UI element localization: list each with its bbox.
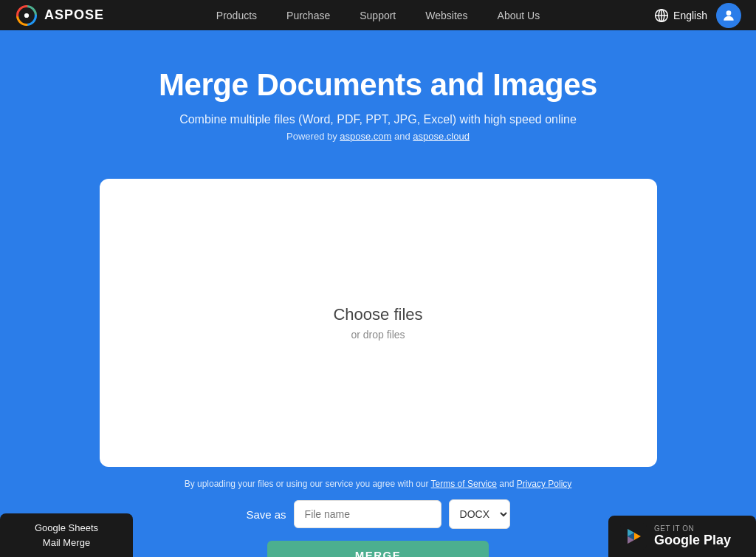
aspose-logo-icon — [15, 4, 38, 27]
tos-link[interactable]: Terms of Service — [431, 479, 497, 489]
aspose-com-link[interactable]: aspose.com — [340, 131, 391, 142]
navbar: ASPOSE Products Purchase Support Website… — [0, 0, 756, 30]
choose-files-label: Choose files — [333, 305, 422, 324]
nav-links: Products Purchase Support Websites About… — [202, 0, 554, 30]
privacy-link[interactable]: Privacy Policy — [517, 479, 572, 489]
tos-text: By uploading your files or using our ser… — [15, 479, 741, 489]
language-button[interactable]: English — [654, 8, 707, 23]
google-sheets-line2: Mail Merge — [15, 536, 118, 550]
svg-point-1 — [24, 13, 29, 17]
nav-support[interactable]: Support — [345, 0, 410, 30]
svg-point-6 — [726, 10, 732, 16]
nav-purchase[interactable]: Purchase — [272, 0, 345, 30]
nav-right: English — [654, 3, 741, 28]
upload-area[interactable]: Choose files or drop files — [100, 179, 657, 467]
logo-text: ASPOSE — [44, 7, 104, 23]
save-as-label: Save as — [246, 508, 286, 521]
logo[interactable]: ASPOSE — [15, 4, 104, 27]
globe-icon — [654, 8, 669, 23]
language-label: English — [673, 10, 707, 21]
google-play-text: GET IT ON Google Play — [654, 524, 731, 548]
nav-websites[interactable]: Websites — [410, 0, 482, 30]
user-avatar-icon — [721, 8, 736, 23]
google-play-label: Google Play — [654, 533, 731, 548]
drop-files-label: or drop files — [351, 329, 405, 341]
hero-subtitle: Combine multiple files (Word, PDF, PPT, … — [15, 113, 741, 126]
google-sheets-banner[interactable]: Google Sheets Mail Merge — [0, 513, 133, 557]
file-name-input[interactable] — [294, 500, 441, 528]
nav-products[interactable]: Products — [202, 0, 272, 30]
page-title: Merge Documents and Images — [15, 67, 741, 103]
google-play-banner[interactable]: GET IT ON Google Play — [608, 516, 756, 557]
user-icon[interactable] — [716, 3, 741, 28]
drop-zone[interactable]: Choose files or drop files — [116, 195, 641, 451]
format-select[interactable]: DOCX PDF PPT JPG PNG XLSX — [449, 499, 510, 529]
merge-button[interactable]: MERGE — [267, 541, 489, 557]
google-play-icon — [620, 523, 647, 550]
nav-about[interactable]: About Us — [483, 0, 555, 30]
hero-section: Merge Documents and Images Combine multi… — [0, 30, 756, 164]
aspose-cloud-link[interactable]: aspose.cloud — [413, 131, 470, 142]
get-it-on-label: GET IT ON — [654, 524, 731, 533]
google-sheets-line1: Google Sheets — [15, 521, 118, 536]
hero-powered: Powered by aspose.com and aspose.cloud — [15, 131, 741, 142]
